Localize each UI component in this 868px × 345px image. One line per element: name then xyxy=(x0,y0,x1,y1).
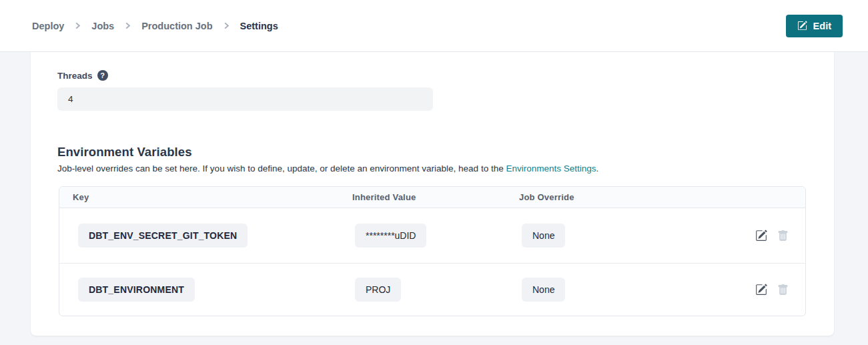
settings-card: Threads ? Environment Variables Job-leve… xyxy=(31,52,834,336)
trash-icon xyxy=(777,284,789,296)
environment-variables-title: Environment Variables xyxy=(57,145,807,159)
breadcrumb-item-production-job[interactable]: Production Job xyxy=(141,21,212,31)
column-header-job-override: Job Override xyxy=(508,192,732,202)
delete-row-button[interactable] xyxy=(777,230,789,242)
environments-settings-link[interactable]: Environments Settings xyxy=(506,163,596,174)
job-override-badge: None xyxy=(522,224,565,248)
top-bar: Deploy Jobs Production Job Settings Edit xyxy=(0,0,868,52)
env-var-key-badge: DBT_ENVIRONMENT xyxy=(78,278,195,302)
description-text: Job-level overrides can be set here. If … xyxy=(57,163,506,174)
chevron-right-icon xyxy=(223,22,230,29)
table-row: DBT_ENVIRONMENT PROJ None xyxy=(59,264,805,316)
edit-button-label: Edit xyxy=(813,21,831,31)
threads-label: Threads xyxy=(57,71,93,81)
table-row: DBT_ENV_SECRET_GIT_TOKEN ********uDID No… xyxy=(59,208,805,264)
delete-row-button[interactable] xyxy=(777,284,789,296)
column-header-key: Key xyxy=(59,192,342,202)
env-var-key-badge: DBT_ENV_SECRET_GIT_TOKEN xyxy=(78,224,248,248)
edit-row-button[interactable] xyxy=(755,284,767,296)
pencil-square-icon xyxy=(755,230,767,242)
table-header-row: Key Inherited Value Job Override xyxy=(59,187,805,208)
breadcrumb: Deploy Jobs Production Job Settings xyxy=(32,21,278,31)
inherited-value-badge: ********uDID xyxy=(355,224,426,248)
breadcrumb-item-settings: Settings xyxy=(240,21,278,31)
trash-icon xyxy=(777,230,789,242)
pencil-square-icon xyxy=(755,284,767,296)
question-circle-icon[interactable]: ? xyxy=(97,70,108,81)
description-period: . xyxy=(596,163,599,174)
breadcrumb-item-deploy[interactable]: Deploy xyxy=(32,21,64,31)
threads-input[interactable] xyxy=(57,87,433,111)
environment-variables-description: Job-level overrides can be set here. If … xyxy=(57,163,807,174)
pencil-square-icon xyxy=(797,21,807,31)
column-header-inherited-value: Inherited Value xyxy=(342,192,508,202)
edit-button[interactable]: Edit xyxy=(786,15,843,37)
chevron-right-icon xyxy=(74,22,81,29)
edit-row-button[interactable] xyxy=(755,230,767,242)
environment-variables-table: Key Inherited Value Job Override DBT_ENV… xyxy=(59,186,806,316)
inherited-value-badge: PROJ xyxy=(355,278,401,302)
breadcrumb-item-jobs[interactable]: Jobs xyxy=(91,21,114,31)
job-override-badge: None xyxy=(522,278,565,302)
chevron-right-icon xyxy=(124,22,131,29)
